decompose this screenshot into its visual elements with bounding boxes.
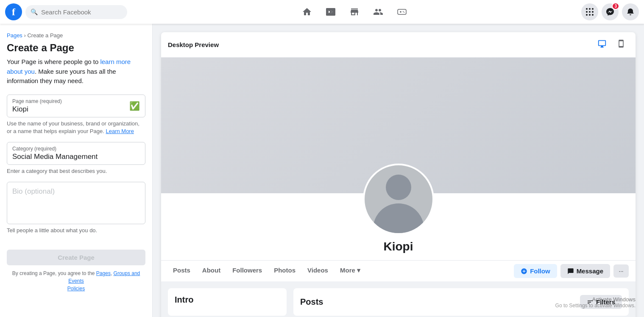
svg-point-4 [404,12,404,13]
filters-label: Filters [596,298,615,306]
svg-point-5 [586,8,588,10]
policies-link[interactable]: Policies [67,286,85,292]
message-label: Message [577,267,603,275]
right-content: Desktop Preview [153,24,644,317]
page-navigation: Posts About Followers Photos Videos More… [161,260,636,281]
svg-point-13 [592,14,594,16]
tab-followers[interactable]: Followers [227,261,267,281]
follow-label: Follow [530,267,550,275]
profile-avatar [363,164,434,235]
search-icon: 🔍 [31,8,38,15]
bio-field: Bio (optional) Tell people a little abou… [7,182,145,234]
search-input[interactable] [41,8,122,16]
nav-right-actions: 3 [581,3,639,20]
follow-button[interactable]: Follow [514,264,557,278]
menu-button[interactable] [581,3,598,20]
desktop-preview-button[interactable] [594,37,610,52]
video-nav-button[interactable] [321,2,341,22]
page-nav-actions: Follow Message ··· [514,264,629,278]
search-bar[interactable]: 🔍 [25,5,127,19]
more-actions-button[interactable]: ··· [613,264,629,278]
tab-videos[interactable]: Videos [302,261,333,281]
profile-name: Kiopi [384,240,413,253]
page-name-value: Kiopi [12,105,140,114]
footer-text: By creating a Page, you agree to the Pag… [7,270,145,292]
tab-more[interactable]: More ▾ [335,261,365,281]
page-name-input-wrapper[interactable]: Page name (required) Kiopi ✅ [7,95,145,117]
category-field: Category (required) Social Media Managem… [7,142,145,175]
preview-header: Desktop Preview [161,32,636,58]
messenger-badge: 3 [612,3,619,10]
facebook-logo: f [5,3,22,20]
subtitle-link[interactable]: learn more about you [7,58,131,75]
bio-placeholder: Bio (optional) [12,187,55,195]
avatar-head [386,175,411,200]
breadcrumb-current: Create a Page [27,32,63,39]
profile-avatar-wrapper [363,164,434,235]
category-helper: Enter a category that best describes you… [7,167,145,175]
category-input-wrapper[interactable]: Category (required) Social Media Managem… [7,142,145,165]
svg-point-10 [592,11,594,13]
page-name-field: Page name (required) Kiopi ✅ Use the nam… [7,95,145,135]
nav-center [127,2,581,22]
filters-button[interactable]: Filters [580,295,622,309]
category-value: Social Media Management [12,153,140,161]
notifications-button[interactable] [622,3,639,20]
main-layout: Pages › Create a Page Create a Page Your… [0,24,644,317]
bio-helper: Tell people a little about what you do. [7,227,145,234]
svg-point-11 [586,14,588,16]
svg-point-6 [589,8,591,10]
bio-input[interactable]: Bio (optional) [7,182,145,224]
marketplace-nav-button[interactable] [344,2,365,22]
svg-point-9 [589,11,591,13]
avatar-body [365,175,432,233]
svg-point-12 [589,14,591,16]
page-name-check-icon: ✅ [129,101,140,111]
breadcrumb-pages-link[interactable]: Pages [7,32,22,39]
page-name-helper: Use the name of your business, brand or … [7,120,145,135]
page-nav-tabs: Posts About Followers Photos Videos More… [168,261,514,281]
preview-title: Desktop Preview [168,41,219,48]
preview-container: Desktop Preview [161,32,636,317]
tab-photos[interactable]: Photos [269,261,301,281]
page-name-label: Page name (required) [12,98,140,104]
tab-about[interactable]: About [197,261,226,281]
svg-point-8 [586,11,588,13]
gaming-nav-button[interactable] [392,2,412,22]
messenger-button[interactable]: 3 [602,3,619,20]
svg-point-3 [403,11,404,12]
posts-section: Posts Filters [293,288,629,316]
page-bottom-content: Intro Posts Filters [161,281,636,317]
profile-area: Kiopi [161,193,636,260]
home-nav-button[interactable] [297,2,317,22]
message-button[interactable]: Message [560,264,610,278]
preview-scroll-area[interactable]: Kiopi Posts About Followers Photos Video… [161,58,636,317]
page-subtitle: Your Page is where people go to learn mo… [7,57,145,86]
posts-title: Posts [300,297,323,307]
pages-policy-link[interactable]: Pages [96,270,111,276]
preview-icons [594,37,629,52]
page-title: Create a Page [7,42,145,54]
intro-section: Intro [168,288,287,316]
tab-posts[interactable]: Posts [168,261,195,281]
avatar-shoulders [373,203,424,233]
intro-title: Intro [175,295,280,305]
learn-more-link[interactable]: Learn More [106,128,134,134]
posts-header: Posts Filters [300,295,622,309]
svg-rect-2 [398,9,406,14]
svg-point-7 [592,8,594,10]
top-navigation: f 🔍 3 [0,0,644,24]
left-sidebar: Pages › Create a Page Create a Page Your… [0,24,153,317]
category-label: Category (required) [12,146,140,152]
create-page-button[interactable]: Create Page [7,250,145,265]
mobile-preview-button[interactable] [613,37,629,52]
groups-nav-button[interactable] [368,2,388,22]
breadcrumb: Pages › Create a Page [7,32,145,39]
